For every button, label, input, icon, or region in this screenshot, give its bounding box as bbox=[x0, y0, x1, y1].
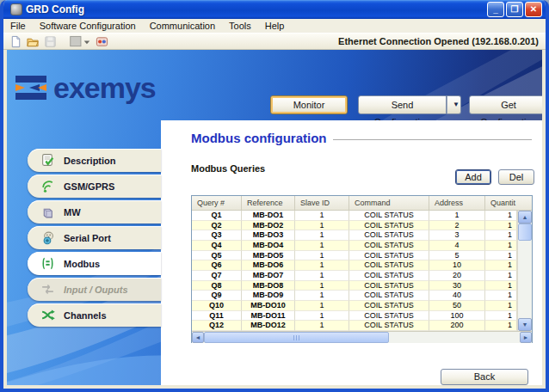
sidebar-item-modbus[interactable]: Modbus bbox=[28, 252, 161, 275]
minimize-button[interactable]: _ bbox=[487, 2, 504, 17]
sidebar-item-label: Input / Ouputs bbox=[64, 285, 128, 295]
table-cell: 2 bbox=[429, 221, 485, 231]
horizontal-scroll-track[interactable] bbox=[389, 332, 520, 343]
sidebar-item-channels[interactable]: Channels bbox=[28, 303, 161, 327]
table-row[interactable]: Q6MB-DO61COIL STATUS101 bbox=[192, 260, 517, 271]
horizontal-scroll-thumb[interactable] bbox=[204, 332, 389, 343]
table-row[interactable]: Q11MB-DO111COIL STATUS1001 bbox=[192, 311, 517, 322]
sidebar-item-serial-port[interactable]: Serial Port bbox=[28, 226, 161, 249]
open-folder-icon[interactable] bbox=[26, 35, 40, 48]
table-cell: MB-DO3 bbox=[242, 230, 295, 241]
sidebar-item-gsm-gprs[interactable]: GSM/GPRS bbox=[28, 175, 161, 198]
get-configuration-button[interactable]: Get Configuration bbox=[469, 95, 542, 114]
exemys-logo: exemys bbox=[14, 70, 156, 105]
table-row[interactable]: Q8MB-DO81COIL STATUS301 bbox=[192, 281, 517, 291]
table-cell: MB-DO10 bbox=[242, 301, 295, 311]
table-row[interactable]: Q1MB-DO11COIL STATUS11 bbox=[192, 211, 517, 221]
app-window: GRD Config _ ❐ ✕ FileSoftware Configurat… bbox=[0, 0, 549, 392]
table-cell: 1 bbox=[295, 281, 349, 291]
table-cell: 1 bbox=[485, 301, 517, 311]
menu-item-file[interactable]: File bbox=[3, 20, 33, 32]
table-cell: Q10 bbox=[192, 301, 242, 311]
gsm-signal-icon bbox=[40, 179, 55, 193]
table-cell: 1 bbox=[295, 321, 349, 331]
table-cell: 4 bbox=[429, 241, 485, 251]
table-cell: COIL STATUS bbox=[349, 291, 429, 301]
table-cell: 1 bbox=[485, 260, 517, 271]
add-button[interactable]: Add bbox=[455, 169, 491, 185]
table-cell: COIL STATUS bbox=[349, 221, 429, 231]
sidebar-item-mw[interactable]: MW bbox=[28, 200, 161, 224]
table-cell: MB-DO6 bbox=[242, 260, 295, 271]
toolbar: Ethernet Connection Opened (192.168.0.20… bbox=[3, 34, 546, 50]
horizontal-scrollbar[interactable]: ◄ ► bbox=[192, 331, 532, 343]
table-cell: MB-DO11 bbox=[242, 311, 295, 322]
table-cell: MB-DO7 bbox=[242, 271, 295, 281]
title-divider bbox=[333, 139, 532, 140]
new-file-icon[interactable] bbox=[9, 35, 22, 48]
table-cell: 1 bbox=[485, 241, 517, 251]
table-cell: 1 bbox=[485, 291, 517, 301]
table-cell: 1 bbox=[295, 241, 349, 251]
column-header-quantit: Quantit bbox=[485, 196, 532, 210]
send-configuration-button[interactable]: Send Configuration bbox=[358, 95, 447, 114]
table-cell: 3 bbox=[429, 230, 485, 241]
monitor-button[interactable]: Monitor bbox=[270, 95, 348, 114]
table-cell: 30 bbox=[429, 281, 485, 291]
table-cell: COIL STATUS bbox=[349, 230, 429, 241]
table-cell: COIL STATUS bbox=[349, 321, 429, 331]
table-cell: 200 bbox=[429, 321, 485, 331]
page-title: Modbus configuration bbox=[191, 131, 326, 145]
table-cell: COIL STATUS bbox=[349, 251, 429, 261]
table-cell: Q3 bbox=[192, 230, 242, 241]
vertical-scrollbar[interactable]: ▲ ▼ bbox=[517, 211, 532, 331]
modbus-icon bbox=[40, 256, 55, 271]
sidebar-item-label: Serial Port bbox=[64, 233, 111, 243]
send-configuration-dropdown[interactable]: ▼ bbox=[447, 95, 461, 114]
table-cell: Q12 bbox=[192, 321, 242, 331]
connection-icon[interactable] bbox=[95, 35, 108, 48]
connection-status: Ethernet Connection Opened (192.168.0.20… bbox=[108, 36, 540, 46]
scroll-left-button[interactable]: ◄ bbox=[192, 332, 204, 343]
table-row[interactable]: Q3MB-DO31COIL STATUS31 bbox=[192, 230, 517, 241]
sidebar-item-description[interactable]: Description bbox=[28, 149, 161, 172]
menu-item-communication[interactable]: Communication bbox=[143, 20, 222, 32]
table-cell: MB-DO4 bbox=[242, 241, 295, 251]
vertical-scroll-thumb[interactable] bbox=[518, 224, 532, 241]
device-dropdown-icon[interactable] bbox=[69, 35, 91, 48]
save-icon[interactable] bbox=[43, 35, 57, 48]
menu-item-help[interactable]: Help bbox=[258, 20, 292, 32]
titlebar: GRD Config _ ❐ ✕ bbox=[3, 0, 546, 19]
back-button[interactable]: Back bbox=[441, 369, 528, 385]
table-row[interactable]: Q4MB-DO41COIL STATUS41 bbox=[192, 241, 517, 251]
table-cell: Q8 bbox=[192, 281, 242, 291]
scroll-right-button[interactable]: ► bbox=[520, 332, 532, 343]
toolbar-icons bbox=[9, 35, 108, 48]
menu-item-tools[interactable]: Tools bbox=[222, 20, 258, 32]
table-row[interactable]: Q2MB-DO21COIL STATUS21 bbox=[192, 221, 517, 231]
section-label: Modbus Queries bbox=[191, 163, 265, 174]
table-cell: 1 bbox=[485, 281, 517, 291]
vertical-scroll-track[interactable] bbox=[518, 241, 532, 318]
table-cell: 1 bbox=[295, 291, 349, 301]
scroll-down-button[interactable]: ▼ bbox=[518, 318, 532, 331]
table-row[interactable]: Q7MB-DO71COIL STATUS201 bbox=[192, 271, 517, 281]
sidebar-item-label: GSM/GPRS bbox=[64, 181, 114, 192]
menu-item-software-configuration[interactable]: Software Configuration bbox=[33, 20, 143, 32]
table-cell: MB-DO8 bbox=[242, 281, 295, 291]
table-row[interactable]: Q9MB-DO91COIL STATUS401 bbox=[192, 291, 517, 301]
close-button[interactable]: ✕ bbox=[525, 2, 542, 17]
app-icon bbox=[10, 3, 22, 15]
table-cell: Q6 bbox=[192, 260, 242, 271]
table-cell: 1 bbox=[485, 221, 517, 231]
table-row[interactable]: Q10MB-DO101COIL STATUS501 bbox=[192, 301, 517, 311]
del-button[interactable]: Del bbox=[498, 169, 534, 185]
table-cell: 1 bbox=[295, 251, 349, 261]
maximize-button[interactable]: ❐ bbox=[506, 2, 523, 17]
window-title: GRD Config bbox=[26, 3, 485, 15]
table-row[interactable]: Q5MB-DO51COIL STATUS51 bbox=[192, 251, 517, 261]
table-cell: MB-DO9 bbox=[242, 291, 295, 301]
table-cell: 1 bbox=[295, 230, 349, 241]
table-row[interactable]: Q12MB-DO121COIL STATUS2001 bbox=[192, 321, 517, 331]
scroll-up-button[interactable]: ▲ bbox=[518, 211, 532, 224]
